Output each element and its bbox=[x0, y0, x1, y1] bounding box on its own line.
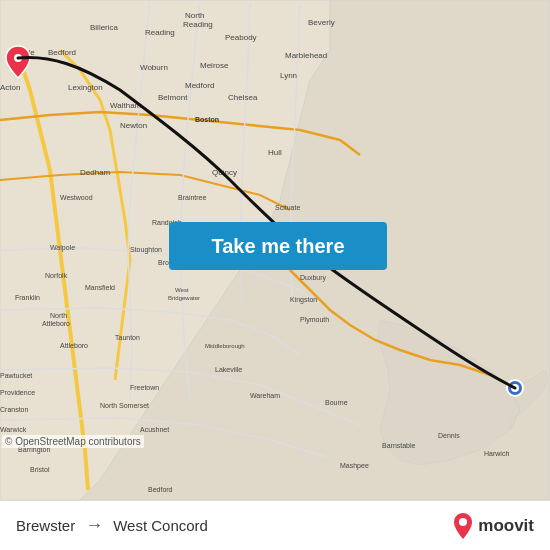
svg-text:Bedford: Bedford bbox=[148, 486, 173, 493]
svg-text:Woburn: Woburn bbox=[140, 63, 168, 72]
svg-text:Walpole: Walpole bbox=[50, 244, 75, 252]
svg-text:Harwich: Harwich bbox=[484, 450, 509, 457]
svg-text:Mashpee: Mashpee bbox=[340, 462, 369, 470]
svg-text:Providence: Providence bbox=[0, 389, 35, 396]
svg-text:Taunton: Taunton bbox=[115, 334, 140, 341]
svg-text:North: North bbox=[50, 312, 67, 319]
map-container: Carlisle Bedford Billerica Reading North… bbox=[0, 0, 550, 500]
arrow-right-icon: → bbox=[85, 515, 103, 536]
svg-text:Lakeville: Lakeville bbox=[215, 366, 242, 373]
svg-text:Acushnet: Acushnet bbox=[140, 426, 169, 433]
svg-text:Wareham: Wareham bbox=[250, 392, 280, 399]
svg-text:Stoughton: Stoughton bbox=[130, 246, 162, 254]
svg-point-69 bbox=[459, 518, 467, 526]
svg-text:Braintree: Braintree bbox=[178, 194, 207, 201]
destination-label: West Concord bbox=[113, 517, 208, 534]
bottom-bar: Brewster → West Concord moovit bbox=[0, 500, 550, 550]
moovit-logo: moovit bbox=[452, 512, 534, 540]
svg-text:Warwick: Warwick bbox=[0, 426, 27, 433]
svg-text:Mansfield: Mansfield bbox=[85, 284, 115, 291]
svg-text:Duxbury: Duxbury bbox=[300, 274, 327, 282]
svg-text:Hull: Hull bbox=[268, 148, 282, 157]
svg-text:Kingston: Kingston bbox=[290, 296, 317, 304]
svg-text:Reading: Reading bbox=[145, 28, 175, 37]
svg-text:Norfolk: Norfolk bbox=[45, 272, 68, 279]
svg-text:Franklin: Franklin bbox=[15, 294, 40, 301]
svg-text:Lexington: Lexington bbox=[68, 83, 103, 92]
svg-text:Bourne: Bourne bbox=[325, 399, 348, 406]
svg-text:Bristol: Bristol bbox=[30, 466, 50, 473]
moovit-brand-text: moovit bbox=[478, 516, 534, 536]
svg-text:Dedham: Dedham bbox=[80, 168, 111, 177]
svg-text:Scituate: Scituate bbox=[275, 204, 300, 211]
svg-text:Plymouth: Plymouth bbox=[300, 316, 329, 324]
svg-text:Melrose: Melrose bbox=[200, 61, 229, 70]
svg-text:Boston: Boston bbox=[195, 116, 219, 123]
svg-text:Lynn: Lynn bbox=[280, 71, 297, 80]
route-info: Brewster → West Concord bbox=[16, 515, 208, 536]
origin-label: Brewster bbox=[16, 517, 75, 534]
svg-text:Pawtucket: Pawtucket bbox=[0, 372, 32, 379]
svg-text:Beverly: Beverly bbox=[308, 18, 335, 27]
svg-text:Attleboro: Attleboro bbox=[60, 342, 88, 349]
svg-text:Cranston: Cranston bbox=[0, 406, 29, 413]
svg-text:Bedford: Bedford bbox=[48, 48, 76, 57]
svg-text:Billerica: Billerica bbox=[90, 23, 119, 32]
svg-text:Westwood: Westwood bbox=[60, 194, 93, 201]
svg-text:Barnstable: Barnstable bbox=[382, 442, 416, 449]
svg-text:Acton: Acton bbox=[0, 83, 20, 92]
svg-text:Middleborough: Middleborough bbox=[205, 343, 245, 349]
svg-text:North Somerset: North Somerset bbox=[100, 402, 149, 409]
moovit-logo-icon bbox=[452, 512, 474, 540]
svg-text:Attleboro: Attleboro bbox=[42, 320, 70, 327]
svg-text:Dennis: Dennis bbox=[438, 432, 460, 439]
svg-text:West: West bbox=[175, 287, 189, 293]
svg-text:North: North bbox=[185, 11, 205, 20]
svg-text:Chelsea: Chelsea bbox=[228, 93, 258, 102]
svg-text:Freetown: Freetown bbox=[130, 384, 159, 391]
map-attribution: © OpenStreetMap contributors bbox=[2, 435, 144, 448]
svg-text:Reading: Reading bbox=[183, 20, 213, 29]
svg-text:Peabody: Peabody bbox=[225, 33, 257, 42]
svg-text:Newton: Newton bbox=[120, 121, 147, 130]
take-me-there-button[interactable]: Take me there bbox=[169, 222, 387, 270]
svg-text:Marblehead: Marblehead bbox=[285, 51, 327, 60]
svg-text:Bridgewater: Bridgewater bbox=[168, 295, 200, 301]
svg-text:Medford: Medford bbox=[185, 81, 214, 90]
svg-text:Belmont: Belmont bbox=[158, 93, 188, 102]
